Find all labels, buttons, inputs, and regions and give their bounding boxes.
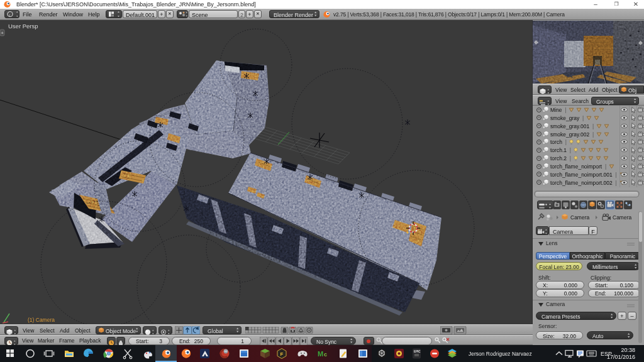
svg-text:+: +: [1, 30, 4, 36]
svg-text:i: i: [9, 13, 11, 18]
svg-text:M: M: [318, 350, 323, 358]
svg-text:17/01/2016: 17/01/2016: [607, 354, 635, 360]
svg-text:Camera: Camera: [613, 214, 632, 221]
svg-text:Camera: Camera: [570, 214, 590, 221]
svg-text:User Persp: User Persp: [8, 23, 38, 30]
svg-text:(1) Camera: (1) Camera: [28, 317, 55, 323]
svg-text:20:38: 20:38: [621, 347, 635, 353]
svg-text:Jerson Rodriguez Narvaez: Jerson Rodriguez Narvaez: [469, 351, 532, 357]
svg-text:EPIC: EPIC: [414, 350, 421, 353]
svg-text:F: F: [280, 351, 284, 357]
svg-text:c: c: [324, 351, 327, 358]
